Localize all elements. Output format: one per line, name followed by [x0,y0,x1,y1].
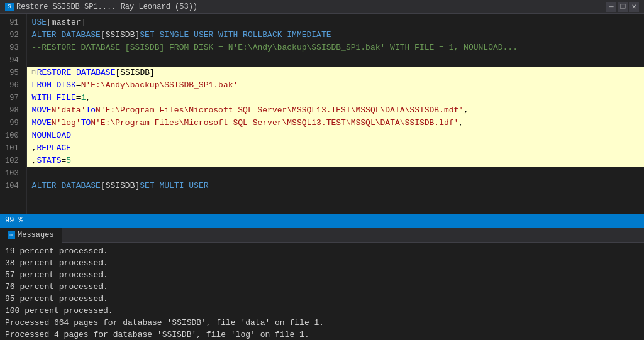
token-kw: TO [81,117,91,129]
token-num: 1 [81,92,86,104]
code-line-95: ⊟RESTORE DATABASE [SSISDB] [27,67,644,79]
code-line-103 [27,167,644,180]
token-kw: USE [32,16,47,29]
token-kw: To [86,104,96,117]
message-line-5: 100 percent processed. [5,305,639,317]
code-line-100: NOUNLOAD [27,129,644,142]
messages-content: 19 percent processed.38 percent processe… [0,243,644,340]
token-plain: SSISDB [106,180,135,192]
line-number-103: 103 [5,167,21,180]
line-number-94: 94 [5,54,21,67]
code-line-101: , REPLACE [27,142,644,155]
token-plain: [ [101,180,106,192]
code-line-93: --RESTORE DATABASE [SSISDB] FROM DISK = … [27,41,644,54]
messages-tab-bar: ✉ Messages [0,228,644,243]
restore-button[interactable]: ❐ [618,2,628,12]
token-plain: , [32,155,37,167]
code-line-104: ALTER DATABASE [SSISDB] SET MULTI_USER [27,180,644,192]
messages-tab-icon: ✉ [8,231,15,239]
token-plain: = [61,155,66,167]
message-line-7: Processed 4 pages for database 'SSISDB',… [5,329,639,340]
line-number-100: 100 [5,129,21,142]
code-line-96: FROM DISK = N'E:\Andy\backup\SSISDB_SP1.… [27,79,644,92]
token-plain: ] [135,180,140,192]
token-kw: SET MULTI_USER [140,180,208,192]
line-numbers: 919293949596979899100101102103104 [0,14,27,214]
code-area[interactable]: USE [master]ALTER DATABASE [SSISDB] SET … [27,14,644,214]
token-str: N'E:\Andy\backup\SSISDB_SP1.bak' [81,79,238,92]
code-line-94 [27,54,644,67]
token-kw: NOUNLOAD [32,129,71,142]
code-line-91: USE [master] [27,16,644,29]
token-plain: SSISDB [106,29,135,41]
status-bar: 99 % [0,214,644,228]
zoom-level: 99 % [5,216,23,225]
token-kw: MOVE [32,117,52,129]
token-str: N'log' [52,117,81,129]
line-number-101: 101 [5,142,21,155]
line-number-98: 98 [5,104,21,117]
line-number-104: 104 [5,180,21,192]
code-line-99: MOVE N'log' TO N'E:\Program Files\Micros… [27,117,644,129]
code-line-102: , STATS = 5 [27,155,644,167]
collapse-indicator[interactable]: ⊟ [32,67,36,79]
message-line-3: 76 percent processed. [5,281,639,293]
token-plain: master [52,16,81,29]
close-button[interactable]: ✕ [629,2,639,12]
minimize-button[interactable]: ─ [606,2,616,12]
token-plain: , [86,92,91,104]
line-number-95: 95 [5,67,21,79]
token-kw: SET SINGLE_USER WITH ROLLBACK IMMEDIATE [140,29,331,41]
line-number-96: 96 [5,79,21,92]
token-plain: [ [115,67,120,79]
token-plain: , [464,104,469,117]
token-plain: ] [81,16,86,29]
message-line-4: 95 percent processed. [5,293,639,305]
code-editor: 919293949596979899100101102103104 USE [m… [0,14,644,214]
token-kw: REPLACE [36,142,71,155]
line-number-102: 102 [5,155,21,167]
code-line-98: MOVE N'data' To N'E:\Program Files\Micro… [27,104,644,117]
token-str: N'E:\Program Files\Microsoft SQL Server\… [91,117,458,129]
token-kw: RESTORE DATABASE [37,67,116,79]
code-line-97: WITH FILE = 1, [27,92,644,104]
token-plain: SSISDB [120,67,150,79]
message-line-2: 57 percent processed. [5,269,639,281]
message-line-1: 38 percent processed. [5,257,639,269]
token-plain: = [76,92,81,104]
messages-tab-label: Messages [18,231,54,239]
token-str: N'data' [52,104,86,117]
token-kw: WITH FILE [32,92,76,104]
window-icon: S [5,3,14,11]
message-line-6: Processed 664 pages for database 'SSISDB… [5,317,639,329]
window-title: Restore SSISDB SP1.... Ray Leonard (53)) [16,3,604,11]
token-plain: , [458,117,464,129]
line-number-97: 97 [5,92,21,104]
token-comment: --RESTORE DATABASE [SSISDB] FROM DISK = … [32,41,518,54]
token-kw: ALTER DATABASE [32,180,101,192]
message-line-0: 19 percent processed. [5,245,639,257]
token-plain: ] [150,67,155,79]
token-kw: ALTER DATABASE [32,29,101,41]
token-plain: , [32,142,37,155]
messages-tab[interactable]: ✉ Messages [0,228,62,243]
token-kw: FROM DISK [32,79,76,92]
window-controls: ─ ❐ ✕ [606,2,639,12]
line-number-93: 93 [5,41,21,54]
token-kw: STATS [36,155,61,167]
token-plain: ] [135,29,140,41]
token-plain: [ [101,29,106,41]
bottom-section: ✉ Messages 19 percent processed.38 perce… [0,228,644,340]
code-line-92: ALTER DATABASE [SSISDB] SET SINGLE_USER … [27,29,644,41]
token-str: N'E:\Program Files\Microsoft SQL Server\… [96,104,464,117]
title-bar: S Restore SSISDB SP1.... Ray Leonard (53… [0,0,644,14]
line-number-91: 91 [5,16,21,29]
line-number-92: 92 [5,29,21,41]
line-number-99: 99 [5,117,21,129]
token-num: 5 [66,155,71,167]
token-plain: [ [47,16,52,29]
token-plain: = [76,79,81,92]
token-kw: MOVE [32,104,52,117]
